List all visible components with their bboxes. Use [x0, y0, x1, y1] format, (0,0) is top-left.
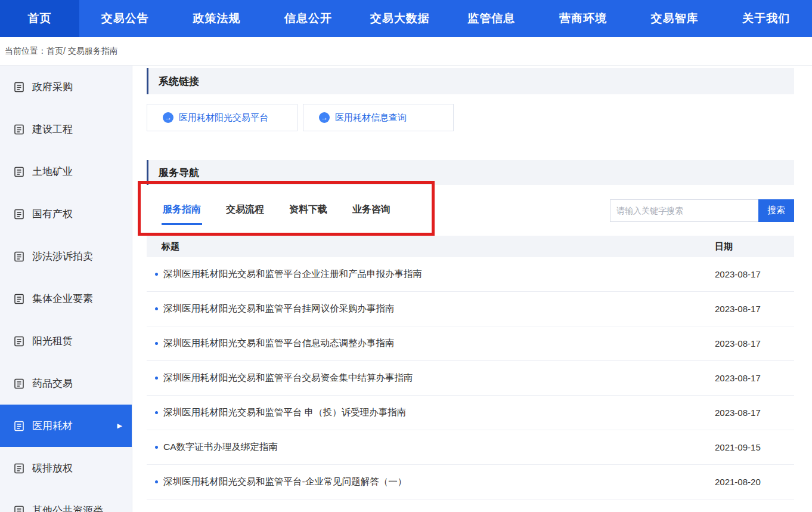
sidebar-item[interactable]: 政府采购 ▶ [0, 66, 132, 108]
sidebar-item[interactable]: 其他公共资源类 ▶ [0, 489, 132, 512]
sidebar-item-label: 药品交易 [32, 377, 73, 390]
breadcrumb-path[interactable]: 首页/ 交易服务指南 [47, 46, 118, 57]
tab[interactable]: 资料下载 [288, 196, 328, 225]
article-link[interactable]: 深圳医用耗材阳光交易和监管平台企业注册和产品申报办事指南 [163, 268, 422, 280]
nav-item[interactable]: 营商环境 [537, 0, 629, 37]
article-date: 2023-08-17 [715, 269, 794, 279]
tab[interactable]: 服务指南 [162, 196, 202, 225]
article-date: 2023-08-17 [715, 304, 794, 314]
government-procurement-icon [13, 81, 25, 93]
collective-enterprise-icon [13, 293, 25, 305]
article-date: 2021-09-15 [715, 442, 794, 452]
system-link-label: 医用耗材信息查询 [335, 112, 407, 124]
article-link[interactable]: 深圳医用耗材阳光交易和监管平台-企业常见问题解答（一） [163, 476, 407, 488]
article-link[interactable]: 深圳医用耗材阳光交易和监管平台挂网议价采购办事指南 [163, 303, 395, 315]
sidebar-item-label: 政府采购 [32, 80, 73, 94]
tabs: 服务指南 交易流程 资料下载 业务咨询 [162, 196, 392, 225]
sidebar-item[interactable]: 涉法涉诉拍卖 ▶ [0, 235, 132, 277]
main-content: 系统链接 → 医用耗材阳光交易平台 → 医用耗材信息查询 服务导航 服务指南 [132, 66, 812, 512]
judicial-auction-icon [13, 251, 25, 263]
breadcrumb-prefix: 当前位置： [5, 46, 47, 57]
sidebar-item-label: 其他公共资源类 [32, 504, 103, 512]
sidebar-item-label: 医用耗材 [32, 419, 73, 433]
search-box: 搜索 [610, 199, 794, 222]
article-link[interactable]: 深圳医用耗材阳光交易和监管平台信息动态调整办事指南 [163, 337, 395, 350]
arrow-circle-icon: → [319, 112, 330, 123]
nav-item[interactable]: 政策法规 [171, 0, 263, 37]
column-header-title: 标题 [162, 241, 179, 252]
nav-item[interactable]: 交易大数据 [354, 0, 446, 37]
article-date: 2021-08-20 [715, 477, 794, 487]
sidebar: 政府采购 ▶ 建设工程 ▶ [0, 66, 132, 512]
article-date: 2023-08-17 [715, 408, 794, 418]
carbon-emission-icon [13, 462, 25, 474]
sidebar-item-label: 碳排放权 [32, 461, 73, 475]
system-link-label: 医用耗材阳光交易平台 [179, 112, 268, 124]
sidebar-item-label: 建设工程 [32, 122, 73, 136]
column-header-date: 日期 [715, 241, 794, 252]
other-public-resources-icon [13, 505, 25, 512]
section-title: 服务导航 [159, 166, 199, 180]
land-mining-icon [13, 166, 25, 178]
search-button[interactable]: 搜索 [758, 199, 794, 222]
arrow-circle-icon: → [163, 112, 173, 123]
table-row[interactable]: 深圳医用耗材阳光交易和监管平台信息动态调整办事指南 2023-08-17 [147, 326, 794, 361]
nav-item[interactable]: 关于我们 [720, 0, 812, 37]
sidebar-item[interactable]: 药品交易 ▶ [0, 362, 132, 405]
bullet-icon [155, 273, 158, 276]
system-links-header: 系统链接 [147, 68, 794, 94]
nav-item[interactable]: 交易智库 [629, 0, 721, 37]
sidebar-item[interactable]: 医用耗材 ▶ [0, 405, 132, 447]
nav-item[interactable]: 监管信息 [446, 0, 538, 37]
table-header: 标题 日期 [147, 236, 794, 257]
nav-item[interactable]: 信息公开 [262, 0, 354, 37]
sidebar-item-label: 国有产权 [32, 207, 73, 221]
bullet-icon [155, 342, 158, 345]
drug-trading-icon [13, 378, 25, 390]
nav-item[interactable]: 交易公告 [79, 0, 171, 37]
breadcrumb: 当前位置： 首页/ 交易服务指南 [0, 37, 812, 66]
sidebar-item[interactable]: 国有产权 ▶ [0, 193, 132, 235]
article-date: 2023-08-17 [715, 338, 794, 348]
bullet-icon [155, 307, 158, 310]
sidebar-item[interactable]: 阳光租赁 ▶ [0, 320, 132, 362]
table-row[interactable]: 深圳医用耗材阳光交易和监管平台-企业常见问题解答（一） 2021-08-20 [147, 465, 794, 499]
tab[interactable]: 业务咨询 [351, 196, 392, 225]
article-link[interactable]: CA数字证书办理及绑定指南 [163, 441, 278, 454]
state-property-icon [13, 208, 25, 220]
sidebar-item[interactable]: 土地矿业 ▶ [0, 150, 132, 193]
article-date: 2023-08-17 [715, 373, 794, 383]
table-row[interactable]: 深圳医用耗材阳光交易和监管平台 申（投）诉受理办事指南 2023-08-17 [147, 396, 794, 430]
system-links: → 医用耗材阳光交易平台 → 医用耗材信息查询 [147, 94, 794, 141]
sunshine-leasing-icon [13, 335, 25, 347]
nav-item[interactable]: 首页 [0, 0, 79, 37]
bullet-icon [155, 446, 158, 449]
sidebar-item-label: 阳光租赁 [32, 334, 73, 348]
sidebar-item[interactable]: 建设工程 ▶ [0, 108, 132, 150]
bullet-icon [155, 411, 158, 414]
sidebar-item-label: 集体企业要素 [32, 292, 93, 306]
bullet-icon [155, 377, 158, 380]
medical-consumables-icon [13, 420, 25, 432]
table-row[interactable]: 深圳医用耗材阳光交易和监管平台企业注册和产品申报办事指南 2023-08-17 [147, 257, 794, 292]
tab[interactable]: 交易流程 [225, 196, 265, 225]
top-nav: 首页 交易公告 政策法规 信息公开 交易大数据 监管信息 营商环境 交易智库 关… [0, 0, 812, 37]
arrow-right-icon: ▶ [117, 422, 122, 430]
sidebar-item[interactable]: 集体企业要素 ▶ [0, 277, 132, 320]
article-link[interactable]: 深圳医用耗材阳光交易和监管平台 申（投）诉受理办事指南 [163, 406, 406, 419]
system-link[interactable]: → 医用耗材阳光交易平台 [147, 104, 297, 131]
system-link[interactable]: → 医用耗材信息查询 [303, 104, 454, 131]
table-row[interactable]: CA数字证书办理及绑定指南 2021-09-15 [147, 430, 794, 465]
sidebar-item[interactable]: 碳排放权 ▶ [0, 447, 132, 489]
section-title: 系统链接 [159, 75, 199, 88]
table-row[interactable]: 深圳医用耗材阳光交易和监管平台交易资金集中结算办事指南 2023-08-17 [147, 361, 794, 396]
sidebar-item-label: 土地矿业 [32, 165, 73, 178]
tabs-row: 服务指南 交易流程 资料下载 业务咨询 搜索 [147, 185, 794, 236]
sidebar-item-label: 涉法涉诉拍卖 [32, 249, 93, 263]
article-list: 深圳医用耗材阳光交易和监管平台企业注册和产品申报办事指南 2023-08-17 … [147, 257, 794, 499]
table-row[interactable]: 深圳医用耗材阳光交易和监管平台挂网议价采购办事指南 2023-08-17 [147, 292, 794, 326]
construction-project-icon [13, 124, 25, 135]
bullet-icon [155, 480, 158, 483]
article-link[interactable]: 深圳医用耗材阳光交易和监管平台交易资金集中结算办事指南 [163, 372, 413, 384]
search-input[interactable] [610, 199, 758, 222]
